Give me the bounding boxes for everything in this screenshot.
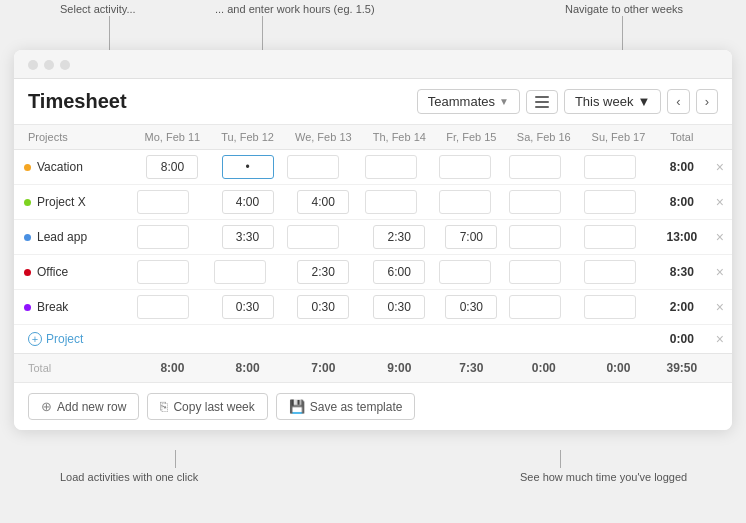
vacation-mon-input[interactable]: [146, 155, 198, 179]
leadapp-sat[interactable]: [506, 220, 581, 255]
copy-last-week-button[interactable]: ⎘ Copy last week: [147, 393, 267, 420]
break-fri[interactable]: [436, 290, 506, 325]
break-sun[interactable]: [581, 290, 656, 325]
next-week-button[interactable]: ›: [696, 89, 718, 114]
vacation-mon[interactable]: [134, 150, 211, 185]
leadapp-tue-input[interactable]: [222, 225, 274, 249]
office-sun-input[interactable]: [584, 260, 636, 284]
leadapp-tue[interactable]: [211, 220, 284, 255]
break-thu[interactable]: [362, 290, 436, 325]
projectx-tue[interactable]: [211, 185, 284, 220]
projectx-fri[interactable]: [436, 185, 506, 220]
break-thu-input[interactable]: [373, 295, 425, 319]
break-delete-button[interactable]: ×: [712, 299, 728, 315]
break-tue[interactable]: [211, 290, 284, 325]
projectx-sat[interactable]: [506, 185, 581, 220]
traffic-light-close[interactable]: [28, 60, 38, 70]
save-as-template-button[interactable]: 💾 Save as template: [276, 393, 416, 420]
vacation-sat-input[interactable]: [509, 155, 561, 179]
projectx-thu-input[interactable]: [365, 190, 417, 214]
office-thu-input[interactable]: [373, 260, 425, 284]
office-tue[interactable]: [211, 255, 284, 290]
office-fri-input[interactable]: [439, 260, 491, 284]
this-week-button[interactable]: This week ▼: [564, 89, 661, 114]
annotation-line-3: [622, 16, 623, 52]
break-mon-input[interactable]: [137, 295, 189, 319]
col-wed: We, Feb 13: [284, 125, 362, 150]
teammates-button[interactable]: Teammates ▼: [417, 89, 520, 114]
leadapp-thu[interactable]: [362, 220, 436, 255]
office-sat-input[interactable]: [509, 260, 561, 284]
traffic-light-minimize[interactable]: [44, 60, 54, 70]
prev-week-button[interactable]: ‹: [667, 89, 689, 114]
leadapp-thu-input[interactable]: [373, 225, 425, 249]
col-total: Total: [656, 125, 708, 150]
break-sun-input[interactable]: [584, 295, 636, 319]
break-tue-input[interactable]: [222, 295, 274, 319]
projectx-mon[interactable]: [134, 185, 211, 220]
office-sat[interactable]: [506, 255, 581, 290]
office-thu[interactable]: [362, 255, 436, 290]
office-fri[interactable]: [436, 255, 506, 290]
leadapp-sun[interactable]: [581, 220, 656, 255]
break-mon[interactable]: [134, 290, 211, 325]
traffic-light-maximize[interactable]: [60, 60, 70, 70]
add-delete-button[interactable]: ×: [712, 331, 728, 347]
leadapp-sat-input[interactable]: [509, 225, 561, 249]
break-sat[interactable]: [506, 290, 581, 325]
projectx-delete-button[interactable]: ×: [712, 194, 728, 210]
break-del[interactable]: ×: [708, 290, 732, 325]
projectx-sun[interactable]: [581, 185, 656, 220]
vacation-fri-input[interactable]: [439, 155, 491, 179]
add-project-row[interactable]: + Project 0:00 ×: [14, 325, 732, 354]
leadapp-wed[interactable]: [284, 220, 362, 255]
vacation-wed-input[interactable]: [287, 155, 339, 179]
office-tue-input[interactable]: [214, 260, 266, 284]
vacation-wed[interactable]: [284, 150, 362, 185]
projectx-sat-input[interactable]: [509, 190, 561, 214]
vacation-thu-input[interactable]: [365, 155, 417, 179]
add-project-cell[interactable]: + Project: [14, 325, 134, 354]
vacation-fri[interactable]: [436, 150, 506, 185]
add-new-row-button[interactable]: ⊕ Add new row: [28, 393, 139, 420]
office-wed[interactable]: [284, 255, 362, 290]
break-wed-input[interactable]: [297, 295, 349, 319]
leadapp-fri-input[interactable]: [445, 225, 497, 249]
vacation-tue-input[interactable]: [222, 155, 274, 179]
break-sat-input[interactable]: [509, 295, 561, 319]
vacation-tue[interactable]: [211, 150, 284, 185]
leadapp-mon-input[interactable]: [137, 225, 189, 249]
break-fri-input[interactable]: [445, 295, 497, 319]
leadapp-fri[interactable]: [436, 220, 506, 255]
leadapp-sun-input[interactable]: [584, 225, 636, 249]
leadapp-delete-button[interactable]: ×: [712, 229, 728, 245]
leadapp-mon[interactable]: [134, 220, 211, 255]
projectx-sun-input[interactable]: [584, 190, 636, 214]
office-delete-button[interactable]: ×: [712, 264, 728, 280]
leadapp-wed-input[interactable]: [287, 225, 339, 249]
office-wed-input[interactable]: [297, 260, 349, 284]
week-arrow-icon: ▼: [637, 94, 650, 109]
vacation-sat[interactable]: [506, 150, 581, 185]
office-mon[interactable]: [134, 255, 211, 290]
projectx-thu[interactable]: [362, 185, 436, 220]
add-del[interactable]: ×: [708, 325, 732, 354]
office-sun[interactable]: [581, 255, 656, 290]
list-view-button[interactable]: [526, 90, 558, 114]
projectx-del[interactable]: ×: [708, 185, 732, 220]
projectx-wed[interactable]: [284, 185, 362, 220]
vacation-delete-button[interactable]: ×: [712, 159, 728, 175]
projectx-fri-input[interactable]: [439, 190, 491, 214]
vacation-thu[interactable]: [362, 150, 436, 185]
projectx-tue-input[interactable]: [222, 190, 274, 214]
add-project-link[interactable]: + Project: [18, 332, 130, 346]
projectx-mon-input[interactable]: [137, 190, 189, 214]
projectx-wed-input[interactable]: [297, 190, 349, 214]
office-mon-input[interactable]: [137, 260, 189, 284]
vacation-del[interactable]: ×: [708, 150, 732, 185]
vacation-sun[interactable]: [581, 150, 656, 185]
office-del[interactable]: ×: [708, 255, 732, 290]
leadapp-del[interactable]: ×: [708, 220, 732, 255]
vacation-sun-input[interactable]: [584, 155, 636, 179]
break-wed[interactable]: [284, 290, 362, 325]
